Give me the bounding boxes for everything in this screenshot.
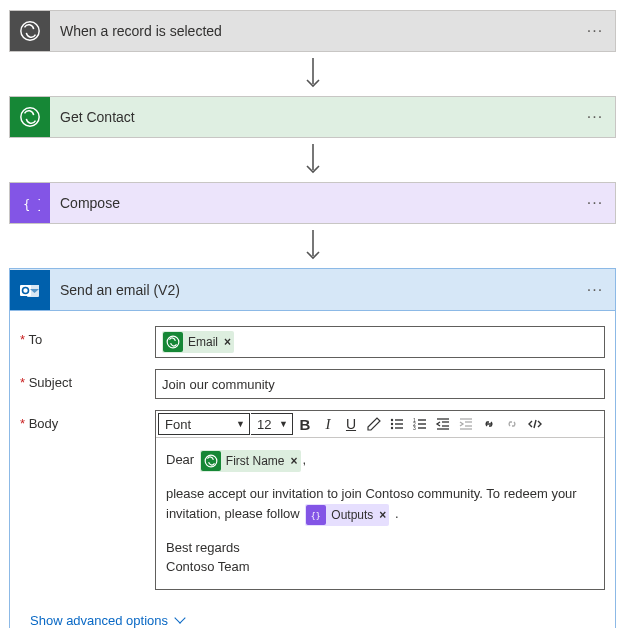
token-remove-button[interactable]: × bbox=[290, 452, 297, 470]
compose-icon: { } bbox=[10, 183, 50, 223]
step-trigger[interactable]: When a record is selected ··· bbox=[9, 10, 616, 52]
svg-point-13 bbox=[391, 423, 393, 425]
token-outputs[interactable]: {} Outputs × bbox=[305, 504, 389, 526]
token-label: First Name bbox=[226, 452, 285, 470]
step-menu-button[interactable]: ··· bbox=[575, 281, 615, 299]
step-get-contact[interactable]: Get Contact ··· bbox=[9, 96, 616, 138]
bold-button[interactable]: B bbox=[294, 413, 316, 435]
highlight-button[interactable] bbox=[363, 413, 385, 435]
token-label: Email bbox=[188, 335, 218, 349]
dataverse-icon bbox=[10, 97, 50, 137]
field-to: * To Email × bbox=[20, 326, 605, 358]
subject-input[interactable]: Join our community bbox=[155, 369, 605, 399]
dataverse-icon bbox=[201, 451, 221, 471]
field-label-subject: * Subject bbox=[20, 369, 155, 390]
code-view-button[interactable] bbox=[524, 413, 546, 435]
token-email[interactable]: Email × bbox=[162, 331, 234, 353]
compose-icon: {} bbox=[306, 505, 326, 525]
step-menu-button[interactable]: ··· bbox=[575, 22, 615, 40]
svg-rect-7 bbox=[27, 283, 39, 285]
connector-arrow bbox=[9, 224, 616, 268]
font-select[interactable]: Font▼ bbox=[158, 413, 250, 435]
show-advanced-options[interactable]: Show advanced options bbox=[10, 611, 188, 629]
dataverse-icon bbox=[10, 11, 50, 51]
token-remove-button[interactable]: × bbox=[224, 335, 231, 349]
token-label: Outputs bbox=[331, 506, 373, 524]
step-menu-button[interactable]: ··· bbox=[575, 194, 615, 212]
underline-button[interactable]: U bbox=[340, 413, 362, 435]
svg-point-15 bbox=[391, 427, 393, 429]
body-signoff2: Contoso Team bbox=[166, 557, 594, 577]
dataverse-icon bbox=[163, 332, 183, 352]
step-menu-button[interactable]: ··· bbox=[575, 108, 615, 126]
subject-value: Join our community bbox=[162, 377, 275, 392]
body-editor: Font▼ 12▼ B I U 123 bbox=[155, 410, 605, 590]
field-label-body: * Body bbox=[20, 410, 155, 431]
svg-text:{ }: { } bbox=[23, 197, 40, 211]
outdent-button[interactable] bbox=[432, 413, 454, 435]
body-greeting: Dear bbox=[166, 452, 194, 467]
svg-point-11 bbox=[391, 419, 393, 421]
bulleted-list-button[interactable] bbox=[386, 413, 408, 435]
body-content[interactable]: Dear First Name × , please accept our in… bbox=[156, 438, 604, 589]
body-signoff1: Best regards bbox=[166, 538, 594, 558]
field-body: * Body Font▼ 12▼ B I U 123 bbox=[20, 410, 605, 590]
svg-text:3: 3 bbox=[413, 425, 416, 431]
token-firstname[interactable]: First Name × bbox=[200, 450, 301, 472]
outlook-icon bbox=[10, 270, 50, 310]
token-remove-button[interactable]: × bbox=[379, 506, 386, 524]
body-period: . bbox=[395, 506, 399, 521]
body-comma: , bbox=[303, 452, 307, 467]
field-label-to: * To bbox=[20, 326, 155, 347]
step-title: Send an email (V2) bbox=[50, 282, 575, 298]
field-subject: * Subject Join our community bbox=[20, 369, 605, 399]
step-header[interactable]: Send an email (V2) ··· bbox=[10, 269, 615, 311]
link-button[interactable] bbox=[478, 413, 500, 435]
step-send-email: Send an email (V2) ··· * To Email × * Su… bbox=[9, 268, 616, 628]
step-title: Compose bbox=[50, 195, 575, 211]
connector-arrow bbox=[9, 52, 616, 96]
svg-rect-8 bbox=[20, 285, 31, 296]
svg-text:{}: {} bbox=[311, 510, 321, 520]
step-title: When a record is selected bbox=[50, 23, 575, 39]
rte-toolbar: Font▼ 12▼ B I U 123 bbox=[156, 411, 604, 438]
connector-arrow bbox=[9, 138, 616, 182]
step-title: Get Contact bbox=[50, 109, 575, 125]
step-compose[interactable]: { } Compose ··· bbox=[9, 182, 616, 224]
indent-button[interactable] bbox=[455, 413, 477, 435]
font-size-select[interactable]: 12▼ bbox=[251, 413, 293, 435]
numbered-list-button[interactable]: 123 bbox=[409, 413, 431, 435]
to-input[interactable]: Email × bbox=[155, 326, 605, 358]
unlink-button[interactable] bbox=[501, 413, 523, 435]
svg-line-31 bbox=[534, 420, 536, 428]
italic-button[interactable]: I bbox=[317, 413, 339, 435]
chevron-down-icon bbox=[174, 612, 185, 623]
